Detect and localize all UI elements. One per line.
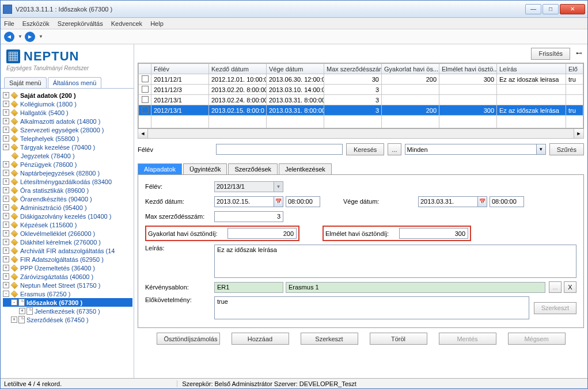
tree-item[interactable]: +Alkalmazotti adatok (14800 ) <box>3 117 132 125</box>
expand-icon[interactable]: + <box>3 204 9 211</box>
hozzaad-button[interactable]: Hozzáad <box>232 333 289 345</box>
expand-icon[interactable]: - <box>11 299 17 306</box>
menu-help[interactable]: Help <box>150 20 164 27</box>
leiras-textarea[interactable]: Ez az időszak leírása <box>214 245 576 278</box>
tree-item[interactable]: +Diákigazolvány kezelés (10400 ) <box>3 212 132 220</box>
expand-icon[interactable]: - <box>3 291 9 297</box>
table-row[interactable]: 2012/13/12013.02.15. 8:00:02013.03.31. 8… <box>139 105 583 116</box>
back-button[interactable]: ◄ <box>4 32 14 42</box>
filter-combo[interactable]: Minden ▼ <box>405 144 546 155</box>
row-checkbox[interactable] <box>142 106 149 113</box>
scroll-left-icon[interactable]: ◄ <box>138 129 148 138</box>
tree-item[interactable]: +Telephelyek (55800 ) <box>3 134 132 143</box>
column-header[interactable]: Leírás <box>497 64 566 74</box>
table-row[interactable]: 2012/13/12013.02.24. 8:00:002013.03.31. … <box>139 95 583 105</box>
tree-item[interactable]: +Oklevélmelléklet (266000 ) <box>3 229 132 238</box>
data-grid[interactable]: FélévKezdő dátumVége dátumMax szerződéss… <box>138 63 584 129</box>
elok-textarea[interactable]: true <box>214 296 529 319</box>
menu-szerep[interactable]: Szerepkörváltás <box>58 20 103 27</box>
tree-item[interactable]: +Óra statisztikák (89600 ) <box>3 186 132 194</box>
vege-date-input[interactable]: 2013.03.31. 📅 <box>418 196 487 207</box>
tree-item[interactable]: +Archivált FIR adatszolgáltatás (14 <box>3 246 132 255</box>
calendar-icon[interactable]: 📅 <box>477 197 487 207</box>
minimize-button[interactable]: — <box>525 4 541 14</box>
menu-kedvencek[interactable]: Kedvencek <box>111 20 142 27</box>
search-input[interactable] <box>216 144 343 155</box>
column-header[interactable]: Elő <box>566 64 583 74</box>
expand-icon[interactable]: + <box>3 282 9 288</box>
tree-item[interactable]: +Tárgyak kezelése (70400 ) <box>3 143 132 151</box>
tree-item[interactable]: +Naptárbejegyzések (82800 ) <box>3 169 132 177</box>
tree-item[interactable]: +Diákhitel kérelmek (276000 ) <box>3 238 132 246</box>
tab-alapadatok[interactable]: Alapadatok <box>138 163 182 174</box>
table-row[interactable]: 2011/12/12012.12.01. 10:00:02013.06.30. … <box>139 74 583 85</box>
forward-button[interactable]: ► <box>25 32 35 42</box>
calendar-icon[interactable]: 📅 <box>274 197 283 207</box>
tree-item[interactable]: +Adminisztráció (95400 ) <box>3 203 132 212</box>
column-header[interactable]: Gyakorlat havi ös... <box>382 64 439 74</box>
expand-icon[interactable]: + <box>3 239 9 245</box>
row-checkbox[interactable] <box>142 96 149 103</box>
expand-icon[interactable]: + <box>3 230 9 237</box>
tab-szerzodesek[interactable]: Szerződések <box>228 163 278 174</box>
expand-icon[interactable]: + <box>3 187 9 193</box>
expand-icon[interactable]: + <box>3 92 9 98</box>
tree-item[interactable]: +Jelentkezések (67350 ) <box>3 307 132 315</box>
tree-item[interactable]: +Szervezeti egységek (28000 ) <box>3 125 132 134</box>
row-checkbox[interactable] <box>142 75 149 82</box>
tree-view[interactable]: +Saját adatok (200 )+Kollégiumok (1800 )… <box>1 89 134 378</box>
torol-button[interactable]: Töröl <box>370 333 427 345</box>
tree-item[interactable]: +Létesítménygazdálkodás (83400 <box>3 177 132 186</box>
pin-icon[interactable]: ⊷ <box>576 49 584 58</box>
expand-icon[interactable]: + <box>3 118 9 124</box>
tree-item[interactable]: +FIR Adatszolgáltatás (62950 ) <box>3 255 132 264</box>
expand-icon[interactable]: + <box>19 308 25 314</box>
expand-icon[interactable]: + <box>3 196 9 202</box>
expand-icon[interactable]: + <box>3 247 9 254</box>
tree-item[interactable]: +Szerződések (67450 ) <box>3 315 132 324</box>
szerkeszt-button[interactable]: Szerkeszt <box>301 333 358 345</box>
osztondij-button[interactable]: Ösztöndíjszámolás <box>157 333 220 345</box>
kezdo-time-input[interactable] <box>286 196 320 207</box>
expand-icon[interactable]: + <box>3 178 9 185</box>
menu-eszkozok[interactable]: Eszközök <box>22 20 50 27</box>
elm-input[interactable] <box>399 228 468 239</box>
row-checkbox[interactable] <box>142 86 149 93</box>
column-header[interactable]: Elmélet havi ösztö... <box>439 64 497 74</box>
expand-icon[interactable]: + <box>11 316 17 323</box>
menu-file[interactable]: File <box>4 20 14 27</box>
expand-icon[interactable]: + <box>3 101 9 107</box>
kereses-button[interactable]: Keresés <box>346 143 384 155</box>
tree-item[interactable]: -Időszakok (67300 ) <box>3 298 132 307</box>
tree-item[interactable]: +Neptun Meet Street (51750 ) <box>3 281 132 289</box>
tree-item[interactable]: +Pénzügyek (78600 ) <box>3 160 132 169</box>
expand-icon[interactable]: + <box>3 127 9 133</box>
tab-jelentkezesek[interactable]: Jelentkezések <box>279 163 332 174</box>
tree-item[interactable]: +Órarendkészítés (90400 ) <box>3 194 132 203</box>
column-header[interactable]: Kezdő dátum <box>209 64 267 74</box>
expand-icon[interactable]: + <box>3 273 9 280</box>
gyak-input[interactable] <box>227 228 297 239</box>
maximize-button[interactable]: □ <box>543 4 559 14</box>
expand-icon[interactable]: + <box>3 161 9 167</box>
szerkeszt-elok-button[interactable]: Szerkeszt <box>534 302 576 314</box>
tree-item[interactable]: +Záróvizsgáztatás (40600 ) <box>3 272 132 281</box>
tree-item[interactable]: -Erasmus (67250 ) <box>3 289 132 298</box>
grid-scrollbar[interactable]: ◄ ► <box>138 129 584 139</box>
tab-altalanos-menu[interactable]: Általános menü <box>48 77 102 88</box>
tree-item[interactable]: +Kollégiumok (1800 ) <box>3 100 132 108</box>
back-dropdown-icon[interactable]: ▼ <box>18 34 22 39</box>
column-header[interactable]: Max szerződésszám <box>324 64 382 74</box>
expand-icon[interactable]: + <box>3 256 9 262</box>
tree-item[interactable]: +PPP Üzemeltetés (36400 ) <box>3 264 132 272</box>
close-button[interactable]: ✕ <box>560 4 585 14</box>
expand-icon[interactable]: + <box>3 109 9 116</box>
tab-ugyintezok[interactable]: Ügyintézők <box>183 163 227 174</box>
expand-icon[interactable]: + <box>3 222 9 228</box>
tab-sajat-menu[interactable]: Saját menü <box>4 77 47 88</box>
tree-item[interactable]: +Képzések (115600 ) <box>3 220 132 229</box>
column-header[interactable]: Félév <box>151 64 209 74</box>
frissites-button[interactable]: Frissítés <box>531 48 570 60</box>
scroll-right-icon[interactable]: ► <box>574 129 583 138</box>
expand-icon[interactable]: + <box>3 144 9 150</box>
